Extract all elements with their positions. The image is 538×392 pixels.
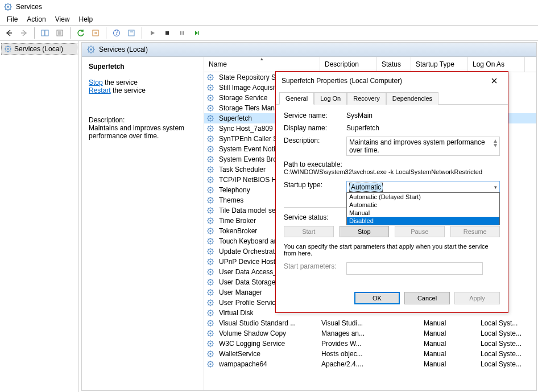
toolbar-separator [106,27,106,39]
menu-action[interactable]: Action [22,14,50,24]
content-header: Services (Local) [82,43,536,57]
svg-rect-19 [129,30,134,36]
gear-icon [206,166,214,174]
start-service-button[interactable] [146,26,159,40]
tab-general[interactable]: General [279,92,314,105]
gear-icon [206,125,214,133]
service-desc-cell: Apache/2.4.... [319,360,376,368]
menu-help[interactable]: Help [75,14,98,24]
list-header: Name Description Status Startup Type Log… [204,57,536,72]
nav-services-local[interactable]: Services (Local) [1,43,77,55]
service-name-cell: wampapache64 [217,360,319,368]
gear-icon [206,350,214,358]
stop-link[interactable]: Stop [89,79,103,86]
menu-file[interactable]: File [2,14,22,24]
description-box: Maintains and improves system performanc… [346,137,500,156]
startup-type-select[interactable]: Automatic ▾ [346,181,500,193]
service-logon-cell: Local Syste... [478,340,535,348]
stop-button[interactable]: Stop [340,226,390,237]
service-row[interactable]: W3C Logging ServiceProvides W...ManualLo… [204,339,536,349]
gear-icon [206,94,214,102]
startup-type-selected: Automatic [349,183,383,192]
description-label: Description: [284,137,346,145]
pause-button[interactable]: Pause [395,226,445,237]
dropdown-option[interactable]: Disabled [347,217,499,225]
refresh-button[interactable] [74,26,88,40]
service-row[interactable]: WalletServiceHosts objec...ManualLocal S… [204,349,536,359]
service-logon-cell: Local Syste... [478,360,535,368]
dropdown-option[interactable]: Automatic [347,201,499,209]
nav-services-local-label: Services (Local) [14,45,63,53]
service-desc-cell: Visual Studi... [319,319,376,327]
start-button[interactable]: Start [284,226,334,237]
stop-service-button[interactable] [160,26,174,40]
tab-dependencies[interactable]: Dependencies [386,92,438,105]
menu-view[interactable]: View [51,14,75,24]
col-logon[interactable]: Log On As [468,57,525,72]
detail-stop-line: Stop the service [89,79,197,86]
about-button[interactable] [125,26,138,40]
gear-icon [206,114,214,122]
dialog-title: Superfetch Properties (Local Computer) [282,77,402,85]
description-scroll[interactable]: ▴ ▾ [494,138,497,147]
gear-icon [206,186,214,194]
svg-rect-24 [198,31,199,35]
pause-service-button[interactable] [175,26,189,40]
forward-button[interactable] [17,26,31,40]
properties-button[interactable] [53,26,67,40]
nav-tree: Services (Local) [0,41,79,392]
service-row[interactable]: wampapache64Apache/2.4....ManualLocal Sy… [204,359,536,369]
service-logon-cell: Local Syste... [478,329,535,337]
gear-icon [4,45,12,53]
service-name-cell: Visual Studio Standard ... [217,319,319,327]
display-name-value: Superfetch [346,124,500,132]
service-startup-cell: Manual [421,340,478,348]
toolbar-separator [70,27,71,39]
show-hide-tree-button[interactable] [38,26,52,40]
cancel-button[interactable]: Cancel [404,292,450,304]
app-gear-icon [3,2,13,11]
service-row[interactable]: Volume Shadow CopyManages an...ManualLoc… [204,328,536,339]
gear-icon [206,84,214,92]
service-desc-cell: Provides W... [319,340,376,348]
svg-rect-21 [165,31,169,35]
ok-button[interactable]: OK [354,292,400,304]
col-name[interactable]: Name [204,57,320,72]
toolbar-separator [142,27,142,39]
gear-icon [206,207,214,214]
close-button[interactable] [486,75,502,86]
content-header-title: Services (Local) [99,46,148,53]
service-name-cell: Volume Shadow Copy [217,329,319,337]
gear-icon [206,258,214,266]
dialog-titlebar[interactable]: Superfetch Properties (Local Computer) [276,72,508,90]
dropdown-option[interactable]: Automatic (Delayed Start) [347,193,499,201]
gear-icon [206,237,214,245]
restart-service-button[interactable] [190,26,204,40]
col-status[interactable]: Status [377,57,411,72]
tab-logon[interactable]: Log On [314,92,347,105]
dropdown-option[interactable]: Manual [347,209,499,217]
back-button[interactable] [2,26,16,40]
col-startup[interactable]: Startup Type [411,57,468,72]
help-button[interactable]: ? [110,26,123,40]
export-button[interactable] [89,26,102,40]
start-params-input[interactable] [346,262,483,275]
properties-dialog: Superfetch Properties (Local Computer) G… [275,71,508,313]
toolbar: ? [0,25,538,41]
detail-description-text: Maintains and improves system performanc… [89,124,197,140]
menu-bar: File Action View Help [0,14,538,25]
startup-type-dropdown: Automatic (Delayed Start)AutomaticManual… [346,192,500,225]
gear-icon [206,329,214,337]
apply-button[interactable]: Apply [454,292,500,304]
dialog-body: Service name: SysMain Display name: Supe… [276,105,508,286]
gear-icon [206,196,214,204]
tab-recovery[interactable]: Recovery [347,92,386,105]
col-description[interactable]: Description [320,57,377,72]
gear-icon [206,309,214,317]
resume-button[interactable]: Resume [450,226,500,237]
service-row[interactable]: Visual Studio Standard ...Visual Studi..… [204,318,536,328]
display-name-label: Display name: [284,124,346,132]
restart-link[interactable]: Restart [89,86,111,94]
window-titlebar: Services [0,0,538,14]
service-logon-cell: Local Syste... [478,350,535,358]
